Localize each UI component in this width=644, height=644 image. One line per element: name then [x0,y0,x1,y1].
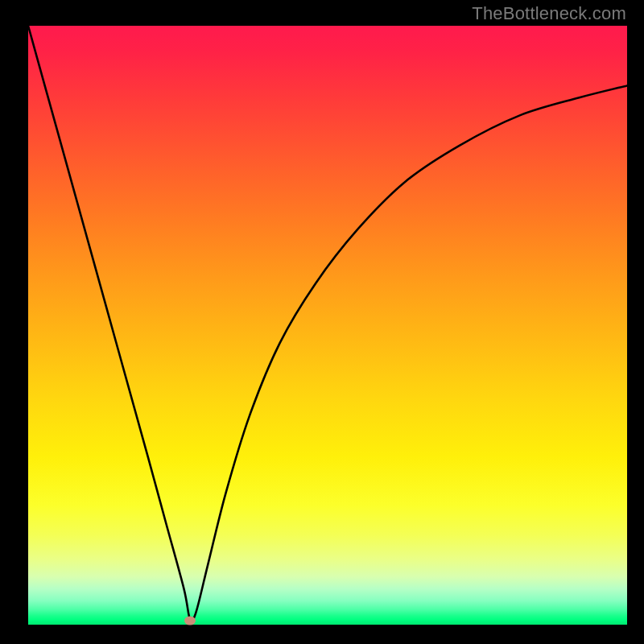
chart-frame: TheBottleneck.com [0,0,644,644]
curve-svg [28,26,627,625]
optimum-marker [184,616,196,625]
bottleneck-curve [28,26,627,621]
watermark-text: TheBottleneck.com [472,3,626,24]
plot-area [28,26,627,625]
